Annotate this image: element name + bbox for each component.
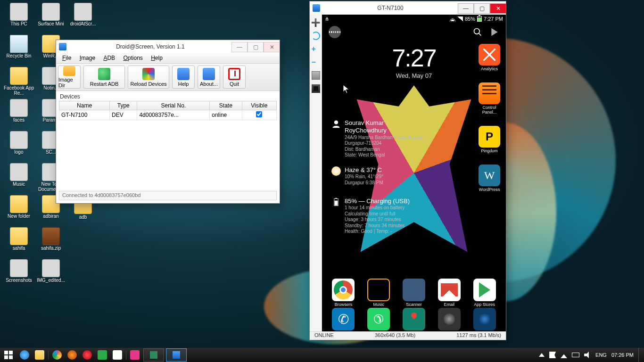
file-icon: [10, 99, 28, 117]
rotate-icon[interactable]: [312, 32, 320, 40]
reload-devices-button[interactable]: Reload Devices: [128, 66, 169, 89]
desktop-icon[interactable]: Recycle Bin: [4, 35, 34, 65]
app-control-panel[interactable]: Control Panel...: [476, 82, 503, 115]
app-maps[interactable]: [396, 308, 432, 330]
app-browsers[interactable]: Browsers: [326, 279, 361, 307]
tray-battery-icon[interactable]: [572, 353, 579, 357]
menu-image[interactable]: Image: [76, 53, 99, 63]
image-dir-button[interactable]: Image Dir: [58, 66, 81, 89]
screenshot-icon[interactable]: [312, 71, 320, 80]
menubar: File Image ADB Options Help: [56, 53, 280, 64]
menu-adb[interactable]: ADB: [100, 53, 118, 63]
desktop-icon[interactable]: droidAtScr...: [68, 3, 98, 33]
taskbar-store-icon[interactable]: [95, 348, 110, 362]
menu-options[interactable]: Options: [120, 53, 146, 63]
app-email[interactable]: Email: [431, 279, 467, 307]
record-icon[interactable]: [312, 84, 320, 93]
desktop-icon[interactable]: Music: [4, 163, 34, 193]
app-pingdom[interactable]: Pingdom: [476, 126, 503, 153]
window-title: GT-N7100: [323, 5, 458, 11]
quit-button[interactable]: Quit: [223, 66, 246, 89]
weather-widget[interactable]: Haze & 37° C 10% Rain, 41°/29° Durgapur …: [331, 166, 426, 186]
taskbar-notes-icon[interactable]: [110, 348, 125, 362]
icon-label: New folder: [4, 214, 34, 219]
menu-file[interactable]: File: [59, 53, 74, 63]
desktop-icon[interactable]: IMG_edited...: [36, 259, 66, 289]
close-button[interactable]: ✕: [490, 3, 506, 14]
col-visible[interactable]: Visible: [242, 101, 277, 110]
col-state[interactable]: State: [210, 101, 242, 110]
icon-label: sahifa: [4, 246, 34, 251]
col-name[interactable]: Name: [59, 101, 110, 110]
app-camera-2[interactable]: [467, 308, 502, 330]
svg-rect-6: [4, 351, 8, 354]
visible-checkbox[interactable]: [242, 110, 277, 120]
app-stores[interactable]: App Stores: [467, 279, 502, 307]
file-icon: [10, 163, 28, 181]
tray-lang[interactable]: ENG: [595, 352, 607, 358]
file-icon: [10, 195, 28, 213]
icon-label: Surface Mini: [36, 22, 66, 27]
desktop-icon[interactable]: Surface Mini: [36, 3, 66, 33]
app-scanner[interactable]: Scanner: [396, 279, 432, 307]
table-row[interactable]: GT-N7100 DEV 4d00083757e... online: [59, 110, 277, 120]
contact-widget[interactable]: Sourav Kumar RoyChowdhury 24A/9 Harsha B…: [331, 119, 426, 158]
battery-widget[interactable]: 85% — Charging (USB) 1 hour 14 minutes o…: [331, 197, 426, 235]
android-statusbar[interactable]: ⋔ 85% 7:27 PM: [322, 15, 506, 23]
task-droidscreen[interactable]: [143, 348, 164, 362]
minimize-button[interactable]: —: [458, 3, 474, 14]
tray-up-icon[interactable]: [539, 353, 545, 357]
app-phone[interactable]: [326, 308, 361, 330]
desktop-icon[interactable]: New folder: [4, 195, 34, 225]
task-projector[interactable]: [166, 348, 187, 362]
zoom-out-icon[interactable]: [312, 58, 320, 66]
show-desktop-button[interactable]: [638, 348, 642, 362]
dock-row-bottom: [322, 308, 506, 330]
minimize-button[interactable]: —: [231, 42, 248, 52]
taskbar-chrome-icon[interactable]: [50, 348, 65, 362]
taskbar-explorer-icon[interactable]: [32, 348, 47, 362]
start-button[interactable]: [0, 348, 17, 362]
taskbar-ie-icon[interactable]: [17, 348, 32, 362]
usb-icon[interactable]: [312, 18, 320, 27]
app-wordpress[interactable]: WordPress: [476, 165, 503, 192]
app-whatsapp[interactable]: [361, 308, 396, 330]
zoom-in-icon[interactable]: [312, 45, 320, 53]
taskbar-pink-icon[interactable]: [127, 348, 142, 362]
titlebar[interactable]: Droid@Screen, Version 1.1 — ▢ ✕: [56, 40, 280, 53]
file-icon: [10, 35, 28, 53]
app-drawer-button[interactable]: [329, 26, 341, 38]
desktop-icon[interactable]: sahifa.zip: [36, 227, 66, 257]
desktop-icon[interactable]: faces: [4, 99, 34, 129]
maximize-button[interactable]: ▢: [248, 42, 264, 52]
desktop-icon[interactable]: sahifa: [4, 227, 34, 257]
tray-flag-icon[interactable]: [549, 352, 556, 358]
svg-line-1: [479, 33, 481, 36]
desktop-icon[interactable]: Facebook App Re...: [4, 67, 34, 97]
col-serial[interactable]: Serial No.: [137, 101, 210, 110]
app-camera-1[interactable]: [431, 308, 467, 330]
tray-clock[interactable]: 07:26 PM: [611, 352, 634, 358]
tray-volume-icon[interactable]: [584, 352, 591, 358]
tray-network-icon[interactable]: [561, 352, 567, 358]
desktop-icon[interactable]: Screenshots: [4, 259, 34, 289]
app-music[interactable]: Music: [361, 279, 396, 307]
taskbar-opera-icon[interactable]: [80, 348, 95, 362]
desktop-icon[interactable]: logo: [4, 131, 34, 161]
play-store-icon[interactable]: [490, 27, 499, 37]
desktop-icon[interactable]: This PC: [4, 3, 34, 33]
restart-adb-button[interactable]: Restart ADB: [83, 66, 125, 89]
col-type[interactable]: Type: [110, 101, 137, 110]
about-button[interactable]: About...: [198, 66, 220, 89]
maximize-button[interactable]: ▢: [474, 3, 490, 14]
help-button[interactable]: Help: [172, 66, 195, 89]
app-analytics[interactable]: Analytics: [476, 44, 503, 71]
menu-help[interactable]: Help: [148, 53, 166, 63]
taskbar: ENG 07:26 PM: [0, 348, 644, 362]
file-icon: [10, 259, 28, 277]
close-button[interactable]: ✕: [264, 42, 280, 52]
search-icon[interactable]: [473, 27, 482, 37]
taskbar-firefox-icon[interactable]: [65, 348, 80, 362]
toolbar: Image Dir Restart ADB Reload Devices Hel…: [56, 64, 280, 91]
titlebar[interactable]: GT-N7100 — ▢ ✕: [310, 1, 506, 15]
